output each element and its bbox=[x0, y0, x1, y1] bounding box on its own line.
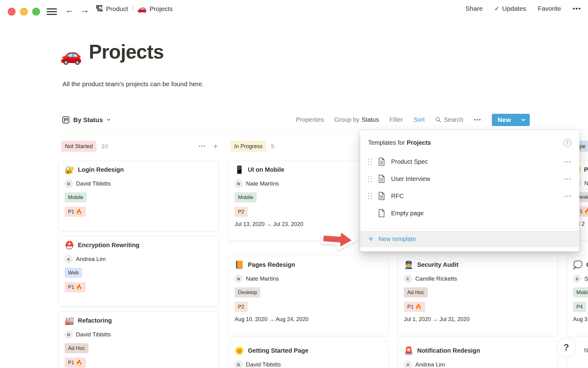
card-getting-started-page[interactable]: 🌞 Getting Started Page D David Tibbitts bbox=[228, 342, 389, 368]
breadcrumb-item-projects[interactable]: 🚗 Projects bbox=[137, 5, 173, 13]
card-title: Login Redesign bbox=[78, 166, 124, 173]
template-more-icon[interactable]: ••• bbox=[564, 159, 571, 164]
avatar: S bbox=[573, 275, 581, 283]
view-name: By Status bbox=[73, 116, 103, 124]
toolbar-more-icon[interactable]: ••• bbox=[474, 117, 481, 123]
templates-dropdown-header: Templates for Projects ? bbox=[360, 130, 579, 153]
tag-pill: Desktop bbox=[235, 287, 260, 297]
filter-button[interactable]: Filter bbox=[389, 116, 403, 123]
assignee-name: Andrea Lim bbox=[76, 256, 106, 263]
sidebar-menu-icon[interactable] bbox=[47, 8, 57, 15]
template-item-rfc[interactable]: RFC ••• bbox=[360, 187, 579, 205]
assignee-name: Andrea Lim bbox=[415, 361, 445, 368]
view-selector[interactable]: By Status bbox=[62, 116, 111, 124]
column-more-icon[interactable]: ••• bbox=[198, 143, 206, 149]
properties-button[interactable]: Properties bbox=[296, 116, 324, 123]
more-options-icon[interactable]: ••• bbox=[573, 5, 581, 12]
share-button[interactable]: Share bbox=[466, 5, 483, 12]
template-item-label: Product Spec bbox=[391, 158, 559, 165]
assignee-name: Nate Martins bbox=[246, 275, 279, 282]
traffic-light-close[interactable] bbox=[8, 8, 16, 16]
new-template-button[interactable]: + New template bbox=[360, 231, 579, 247]
search-button[interactable]: Search bbox=[435, 116, 463, 123]
drag-handle-icon[interactable] bbox=[368, 159, 372, 165]
template-more-icon[interactable]: ••• bbox=[564, 194, 571, 199]
tag-pill: P1 🔥 bbox=[65, 282, 86, 292]
drag-handle-icon[interactable] bbox=[368, 176, 372, 182]
drag-handle-icon[interactable] bbox=[368, 193, 372, 199]
column-header-not-started: Not Started 10 ••• + bbox=[61, 140, 218, 152]
car-icon: 🚗 bbox=[137, 5, 147, 13]
tag-pill: Web bbox=[65, 268, 82, 278]
help-button[interactable]: ? bbox=[556, 337, 576, 357]
page-title: Projects bbox=[89, 40, 164, 63]
templates-title-prefix: Templates for bbox=[368, 139, 405, 146]
forward-icon[interactable]: → bbox=[80, 4, 89, 15]
card-notification-redesign[interactable]: 🚨 Notification Redesign A Andrea Lim bbox=[398, 342, 558, 368]
template-item-empty-page[interactable]: Empty page bbox=[360, 205, 579, 222]
new-button-dropdown[interactable] bbox=[517, 114, 530, 126]
assignee-name: N bbox=[584, 180, 588, 187]
breadcrumb-item-product[interactable]: 🏗 Product bbox=[96, 5, 128, 13]
thought-balloon-icon: 💭 bbox=[573, 261, 582, 269]
card-encryption-rewriting[interactable]: ⛑️ Encryption Rewriting A Andrea Lim Web… bbox=[58, 236, 219, 307]
tag-pill: P2 bbox=[235, 302, 248, 312]
column-add-icon[interactable]: + bbox=[213, 142, 218, 151]
card-dates: Aug 3 bbox=[573, 316, 588, 323]
card-login-redesign[interactable]: 🔐 Login Redesign D David Tibbitts Mobile… bbox=[58, 161, 219, 231]
card-title: UI on Mobile bbox=[248, 166, 284, 173]
check-icon: ✓ bbox=[494, 5, 499, 12]
plus-icon: + bbox=[368, 235, 373, 243]
red-arrow-annotation bbox=[319, 226, 359, 254]
updates-button[interactable]: ✓ Updates bbox=[494, 5, 526, 12]
card-pages-redesign[interactable]: 📙 Pages Redesign N Nate Martins Desktop … bbox=[228, 256, 389, 336]
assignee-row: D David Tibbitts bbox=[65, 331, 212, 339]
factory-icon: 🏭 bbox=[65, 317, 74, 324]
help-circle-icon[interactable]: ? bbox=[563, 139, 571, 147]
rescue-helmet-icon: ⛑️ bbox=[65, 241, 74, 249]
assignee-row: C Camille Ricketts bbox=[404, 275, 552, 283]
card-fragment-middle[interactable]: 💭 C S S Mobile P4 Aug 3 bbox=[567, 256, 588, 336]
card-title: Getting Started Page bbox=[248, 347, 308, 354]
card-security-audit[interactable]: 👮 Security Audit C Camille Ricketts Ad H… bbox=[398, 256, 558, 336]
assignee-row: D David Tibbitts bbox=[65, 180, 212, 188]
card-refactoring[interactable]: 🏭 Refactoring D David Tibbitts Ad Hoc P1… bbox=[58, 312, 219, 368]
card-title-row: 💭 C bbox=[573, 261, 588, 269]
template-more-icon[interactable]: ••• bbox=[564, 176, 571, 182]
card-title: C bbox=[586, 261, 588, 268]
card-dates: Aug 10, 2020 → Aug 24, 2020 bbox=[235, 316, 382, 323]
card-title-row: 📙 Pages Redesign bbox=[235, 261, 382, 269]
page-icon-car[interactable]: 🚗 bbox=[60, 46, 82, 64]
traffic-light-zoom[interactable] bbox=[32, 8, 40, 16]
blank-document-icon bbox=[378, 209, 385, 217]
chevron-down-icon bbox=[521, 117, 526, 122]
tag-pill: P1 🔥 bbox=[404, 302, 425, 312]
group-by-button[interactable]: Group byStatus bbox=[334, 116, 379, 123]
breadcrumb-label: Product bbox=[106, 5, 128, 13]
avatar: C bbox=[404, 275, 412, 283]
assignee-name: David Tibbitts bbox=[246, 361, 281, 368]
sort-button[interactable]: Sort bbox=[413, 116, 425, 123]
menu-divider bbox=[360, 228, 579, 228]
column-header-in-progress: In Progress 5 bbox=[231, 140, 274, 152]
card-title-row: 🏭 Refactoring bbox=[65, 317, 212, 324]
board-view-icon bbox=[62, 116, 70, 124]
template-item-user-interview[interactable]: User Interview ••• bbox=[360, 170, 579, 187]
assignee-row: A Andrea Lim bbox=[404, 361, 552, 368]
avatar: D bbox=[65, 331, 73, 339]
column-count: 5 bbox=[271, 143, 274, 150]
mobile-phone-icon: 📱 bbox=[235, 166, 244, 174]
back-icon[interactable]: ← bbox=[65, 4, 74, 15]
assignee-name: Camille Ricketts bbox=[415, 275, 457, 282]
card-title-row: 👮 Security Audit bbox=[404, 261, 552, 269]
search-icon bbox=[435, 117, 442, 123]
avatar: D bbox=[65, 180, 73, 188]
template-item-product-spec[interactable]: Product Spec ••• bbox=[360, 153, 579, 170]
favorite-button[interactable]: Favorite bbox=[538, 5, 561, 12]
traffic-light-minimize[interactable] bbox=[20, 8, 28, 16]
orange-book-icon: 📙 bbox=[235, 261, 244, 269]
avatar: A bbox=[404, 361, 412, 368]
group-by-value: Status bbox=[362, 116, 379, 123]
avatar: D bbox=[235, 361, 243, 368]
new-button[interactable]: New bbox=[492, 114, 517, 126]
